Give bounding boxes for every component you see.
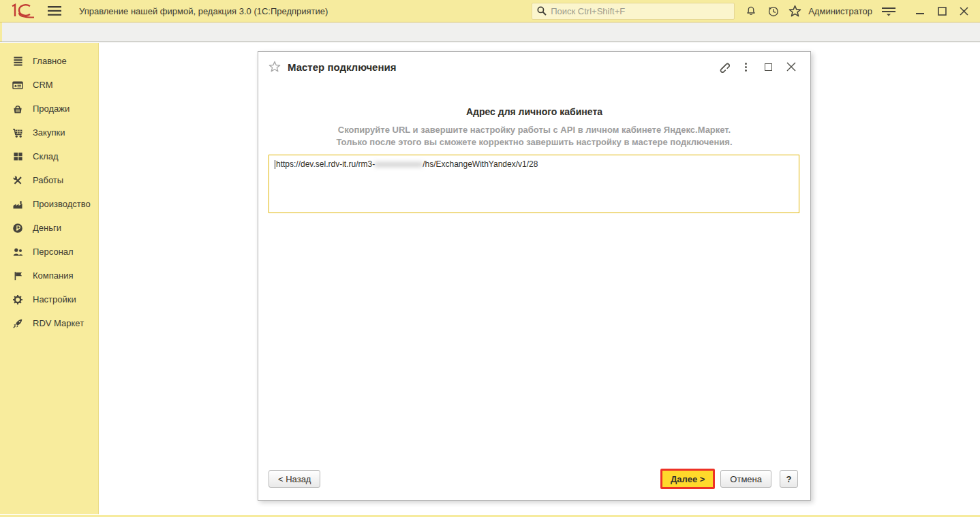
sidebar-item-crm[interactable]: CRM <box>0 73 98 97</box>
search-input[interactable] <box>551 6 730 16</box>
sidebar-item-label: Деньги <box>33 223 61 233</box>
more-menu-kebab-icon[interactable] <box>737 59 755 75</box>
sidebar-item-sklad[interactable]: Склад <box>0 144 98 168</box>
sidebar-item-label: Склад <box>33 151 59 161</box>
sidebar-item-label: Продажи <box>33 104 70 114</box>
1c-logo-icon <box>10 3 37 19</box>
app-title: Управление нашей фирмой, редакция 3.0 (1… <box>79 6 328 16</box>
dialog-header: Мастер подключения <box>258 52 810 82</box>
warehouse-icon <box>12 151 24 162</box>
titlebar: Управление нашей фирмой, редакция 3.0 (1… <box>0 0 980 22</box>
toolbar-left-notch <box>0 22 2 42</box>
dialog-description: Скопируйте URL и завершите настройку раб… <box>258 124 810 148</box>
crm-card-icon <box>12 79 24 91</box>
cabinet-url-field[interactable]: https://dev.sel.rdv-it.ru/rm3-xxxxxxxxxx… <box>269 155 799 213</box>
factory-icon <box>12 198 24 210</box>
text-caret <box>275 160 275 169</box>
dialog-title: Мастер подключения <box>288 61 714 73</box>
sidebar-item-label: RDV Маркет <box>33 318 84 328</box>
tools-icon <box>12 174 24 186</box>
dialog-heading: Адрес для личного кабинета <box>258 106 810 117</box>
sidebar-item-rdv-market[interactable]: RDV Маркет <box>0 311 98 335</box>
basket-icon <box>12 103 24 114</box>
sidebar-item-label: Настройки <box>33 294 76 304</box>
url-redacted-segment: xxxxxxxxxx <box>375 159 423 169</box>
search-icon <box>536 5 547 16</box>
cart-icon <box>12 127 24 138</box>
dialog-footer: < Назад Далее > Отмена ? <box>269 469 798 489</box>
description-line-2: Только после этого вы сможете корректно … <box>258 136 810 148</box>
sidebar-item-dengi[interactable]: Деньги <box>0 216 98 240</box>
service-menu-icon[interactable] <box>878 2 900 20</box>
next-button[interactable]: Далее > <box>660 469 715 489</box>
toolbar-row <box>0 22 980 42</box>
sidebar-item-label: Персонал <box>33 247 74 257</box>
maximize-button[interactable] <box>931 2 953 20</box>
help-button[interactable]: ? <box>780 470 798 488</box>
main-menu-icon[interactable] <box>46 3 63 19</box>
sidebar-item-label: Главное <box>33 56 67 66</box>
notifications-bell-icon[interactable] <box>740 2 762 20</box>
cancel-button[interactable]: Отмена <box>720 470 771 488</box>
description-line-1: Скопируйте URL и завершите настройку раб… <box>258 124 810 136</box>
global-search[interactable] <box>532 3 735 20</box>
sidebar-item-label: Компания <box>33 270 74 281</box>
sidebar-item-label: Закупки <box>33 127 65 138</box>
sidebar-item-label: Производство <box>33 199 91 209</box>
sidebar-item-nastroyki[interactable]: Настройки <box>0 287 98 311</box>
dialog-close-icon[interactable] <box>782 59 800 75</box>
gear-icon <box>12 294 24 305</box>
connection-wizard-dialog: Мастер подключения Адрес для личного каб… <box>258 51 811 501</box>
history-icon[interactable] <box>762 2 784 20</box>
favorites-star-icon[interactable] <box>784 2 806 20</box>
people-icon <box>12 246 24 257</box>
sidebar: Главное CRM Продажи <box>0 43 99 514</box>
ruble-coin-icon <box>12 222 24 234</box>
url-suffix: /hs/ExchangeWithYandex/v1/28 <box>423 159 538 169</box>
dialog-maximize-icon[interactable] <box>759 59 778 75</box>
sidebar-item-label: CRM <box>33 80 53 90</box>
sidebar-item-raboty[interactable]: Работы <box>0 168 98 192</box>
current-user[interactable]: Администратор <box>808 6 872 16</box>
close-button[interactable] <box>953 2 975 20</box>
minimize-button[interactable] <box>909 2 931 20</box>
sidebar-item-label: Работы <box>33 175 63 185</box>
sidebar-item-prodazhi[interactable]: Продажи <box>0 97 98 121</box>
menu-icon <box>12 55 24 67</box>
url-prefix: https://dev.sel.rdv-it.ru/rm3- <box>276 159 375 169</box>
rocket-icon <box>12 317 24 329</box>
back-button[interactable]: < Назад <box>269 470 320 488</box>
sidebar-item-kompaniya[interactable]: Компания <box>0 264 98 287</box>
link-icon[interactable] <box>714 59 733 75</box>
sidebar-item-proizvodstvo[interactable]: Производство <box>0 192 98 216</box>
sidebar-item-zakupki[interactable]: Закупки <box>0 121 98 144</box>
sidebar-item-personal[interactable]: Персонал <box>0 240 98 264</box>
flag-icon <box>12 270 24 281</box>
sidebar-item-glavnoe[interactable]: Главное <box>0 49 98 73</box>
favorite-star-icon[interactable] <box>269 61 281 73</box>
